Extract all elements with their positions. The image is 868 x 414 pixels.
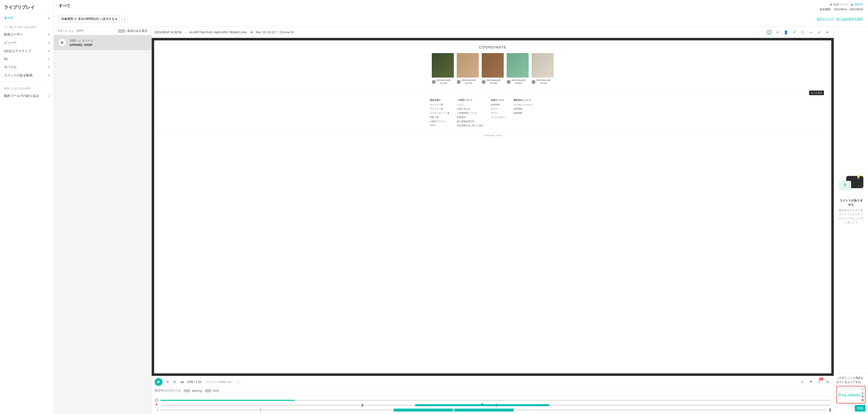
question-mark-icon: ? (843, 183, 846, 188)
content-area: 1セッション（1PV） 未読のみを表示 16秒 ▭ 1ページ APPAREL S… (54, 27, 868, 414)
active-range (394, 409, 514, 412)
session-item[interactable]: 16秒 ▭ 1ページ APPAREL SHOP (54, 35, 151, 50)
session-play-button[interactable] (58, 38, 66, 47)
brand-info: BRANDNAME ¥4,800 (512, 79, 526, 85)
filter-tag-period[interactable]: 対象期間 が 直近24時間以内 に該当する ▾ (59, 16, 120, 22)
preview-header: 2021/06/10 14:30:56 ● vis-b8575baf-9c82-… (152, 27, 834, 38)
fast-forward-button[interactable]: ↻ (172, 379, 177, 385)
timeline-area: 💬 📍 1 (152, 396, 834, 414)
list-view-button[interactable]: ≡ (799, 379, 806, 385)
unread-toggle-switch[interactable] (118, 29, 125, 33)
end-marker (829, 408, 831, 412)
sidebar-item-count: 1 (48, 17, 50, 20)
sidebar-item-commented[interactable]: コメントのある動画 0 (0, 71, 54, 80)
share-icon-button[interactable]: ↗ (791, 29, 798, 36)
header-controls: ⚙ 設定ページ ▶ 保存中 保存期間： 2021/04/11 - 2021/06… (819, 2, 863, 11)
play-icon (158, 381, 160, 383)
sidebar-title: ライブリプレイ (0, 0, 54, 14)
product-image (482, 53, 504, 78)
error-toggle[interactable]: error (205, 389, 219, 392)
minimize-icon-button[interactable]: — (807, 29, 814, 36)
clear-filter-button[interactable]: 条件をクリア (817, 17, 834, 21)
play-icon (61, 41, 64, 44)
product-card: BRANDNAME ¥5,000 (432, 53, 454, 85)
expand-icon-button[interactable]: ⤢ (816, 29, 823, 36)
settings-button[interactable]: ⚙ 設定ページ (830, 2, 848, 7)
right-panel-top: ? 💡 コメントがありません 気付きやアイデアをコメントしたりチームメンバーにシ… (834, 27, 868, 373)
warning-toggle-switch[interactable] (184, 389, 190, 392)
chevron-down-icon: ▾ (49, 95, 50, 97)
cursor-dot (452, 409, 455, 411)
sidebar-section-common-filters: よく使われる絞り込み条件 (0, 22, 54, 30)
sidebar-item-member[interactable]: メンバー 0 (0, 39, 54, 47)
bubble-person: ? (839, 181, 851, 190)
sidebar-item-active-1min[interactable]: 1分以上アクティブ 0 (0, 47, 54, 55)
chat-icon-button[interactable]: 💬 (766, 29, 773, 36)
brand-avatar (432, 80, 436, 84)
product-image (432, 53, 454, 78)
product-meta: BRANDNAME ¥5,000 (432, 79, 454, 85)
play-pause-button[interactable] (155, 378, 162, 386)
unread-toggle[interactable]: 未読のみを表示 (118, 29, 148, 33)
session-timestamp: 2021/06/10 14:30:56 (155, 31, 182, 34)
website-preview: COORDINATE BRANDNAME ¥5,000 (152, 38, 834, 376)
warning-toggle[interactable]: warning (184, 389, 202, 392)
product-meta: BRANDNAME ¥4,800 (507, 79, 529, 85)
sidebar-item-label: コメントのある動画 (4, 73, 33, 78)
sidebar-item-last-goal[interactable]: 最終ゴールでの絞り込み ▾ (0, 92, 54, 100)
page-title: すべて (59, 2, 70, 8)
sidebar-item-count: 0 (48, 50, 50, 53)
sidebar-item-mobile[interactable]: モバイル 0 (0, 63, 54, 71)
sidebar-item-label: 最終ゴールでの絞り込み (4, 94, 39, 98)
dot (859, 185, 860, 186)
notification-link[interactable]: test_notification (842, 393, 860, 396)
save-button[interactable]: ▶ 保存中 (851, 2, 863, 7)
info-button[interactable]: ⓘ x2 (816, 379, 823, 385)
more-button[interactable]: もっと見る (809, 91, 824, 95)
save-filter-button[interactable]: 絞り込み条件を保存 (837, 17, 863, 21)
preview-header-icons: 💬 ≡ 👤 ↗ ⬡ — ⤢ ✕ (766, 29, 831, 36)
post-button[interactable]: 投稿 (855, 405, 866, 412)
right-panel-bottom: この方じっくり商品をみているようですね。 ✓ test_notification… (834, 373, 868, 414)
help-icon[interactable]: ? (236, 380, 240, 384)
external-link-icon-button[interactable]: ⬡ (799, 29, 806, 36)
sidebar-item-label: すべて (4, 16, 13, 20)
product-card: BRANDNAME ¥3,500 (532, 53, 554, 85)
tick-mark (260, 408, 261, 413)
post-notification-checkbox-label[interactable]: ✓ test_notification にも投稿 (838, 387, 865, 402)
skip-to-start-button[interactable]: ⏮ (180, 379, 185, 385)
sidebar-item-new-users[interactable]: 新規ユーザー 0 (0, 30, 54, 39)
sidebar-section-saved-filters: 保存した絞り込み条件 (0, 84, 54, 92)
list-icon-button[interactable]: ≡ (774, 29, 781, 36)
website-frame: COORDINATE BRANDNAME ¥5,000 (152, 38, 834, 376)
circle-icon: ● (184, 31, 186, 34)
settings-player-button[interactable]: ⚙ (824, 379, 831, 385)
add-filter-button[interactable]: + (122, 16, 127, 22)
brand-info: BRANDNAME ¥4,500 (462, 79, 476, 85)
sidebar-item-label: PC (4, 57, 8, 61)
brand-avatar (532, 80, 535, 84)
checkbox-icon: ✓ (838, 393, 841, 396)
timeline-track-3[interactable] (160, 410, 827, 411)
sidebar-item-all[interactable]: すべて 1 (0, 14, 54, 22)
bookmark-button[interactable]: ⚑ (807, 379, 814, 385)
timeline-track[interactable] (160, 400, 831, 401)
timeline-cursor (481, 403, 484, 406)
product-grid: BRANDNAME ¥5,000 (159, 53, 827, 85)
error-toggle-switch[interactable] (205, 389, 211, 392)
sidebar-item-count: 0 (48, 41, 50, 44)
product-image (507, 53, 529, 78)
footer-col-1: 商品を探す カテゴリー覧 ブランド一覧 コーディネート一覧 特集一覧 お奨めアイ… (430, 98, 450, 127)
sidebar-item-pc[interactable]: PC 1 (0, 55, 54, 63)
user-icon-button[interactable]: 👤 (782, 29, 789, 36)
sidebar: ライブリプレイ すべて 1 よく使われる絞り込み条件 新規ユーザー 0 メンバー… (0, 0, 54, 414)
gear-icon: ⚙ (830, 3, 833, 6)
active-time: （アクティブ時間 0:16） (204, 380, 234, 384)
timeline-bar (160, 400, 294, 401)
close-icon-button[interactable]: ✕ (824, 29, 831, 36)
page-icon: ▭ (78, 39, 81, 42)
rewind-button[interactable]: ↺ (165, 379, 170, 385)
timeline-track-2[interactable] (160, 405, 831, 406)
active-segment (415, 404, 549, 406)
brand-avatar (457, 80, 461, 84)
